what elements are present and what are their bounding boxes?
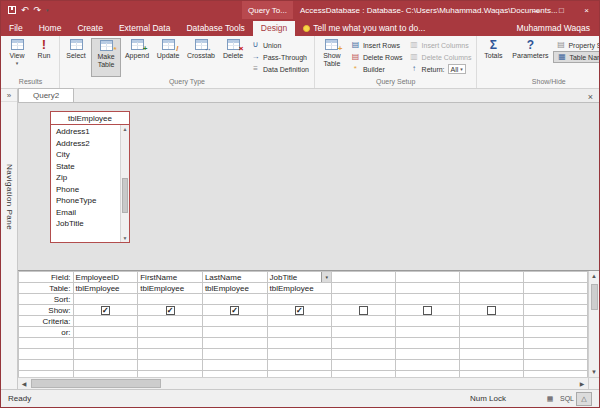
field-list-item[interactable]: JobTitle	[56, 218, 120, 230]
field-list-tblEmployee[interactable]: tblEmployee Address1Address2CityStateZip…	[50, 111, 130, 243]
property-sheet-button[interactable]: ▤ Property Sheet	[553, 39, 599, 51]
scroll-up-icon[interactable]: ▲	[589, 273, 599, 279]
sql-view-button[interactable]: SQL	[559, 392, 575, 406]
delete-columns-button[interactable]: ▥ Delete Columns	[407, 51, 475, 63]
grid-cell-blank[interactable]	[524, 338, 588, 349]
grid-cell-blank[interactable]	[396, 349, 460, 360]
grid-cell-field[interactable]	[332, 272, 396, 283]
scroll-down-icon[interactable]: ▼	[121, 235, 129, 241]
grid-cell-blank[interactable]	[202, 338, 267, 349]
grid-cell-blank[interactable]	[460, 338, 524, 349]
grid-cell-criteria[interactable]	[332, 316, 396, 327]
grid-cell-field[interactable]: EmployeeID	[73, 272, 138, 283]
grid-cell-sort[interactable]	[73, 294, 138, 305]
field-dropdown-icon[interactable]: ▾	[321, 272, 331, 282]
grid-cell-table[interactable]	[524, 283, 588, 294]
grid-cell-blank[interactable]	[202, 360, 267, 371]
redo-icon[interactable]: ↷	[34, 6, 42, 15]
grid-cell-table[interactable]	[332, 283, 396, 294]
grid-cell-table[interactable]: tblEmployee	[202, 283, 267, 294]
grid-cell-sort[interactable]	[524, 294, 588, 305]
grid-cell-blank[interactable]	[138, 360, 203, 371]
nav-pane-expand-icon[interactable]: »	[1, 89, 17, 102]
grid-cell-show[interactable]: ✓	[267, 305, 332, 316]
data-definition-button[interactable]: ≡ Data Definition	[248, 63, 312, 75]
close-object-icon[interactable]: ×	[582, 92, 599, 102]
navigation-pane-collapsed[interactable]: » Navigation Pane	[1, 89, 18, 389]
grid-cell-blank[interactable]	[332, 338, 396, 349]
scroll-right-icon[interactable]: ▶	[576, 380, 588, 387]
show-checkbox[interactable]	[359, 306, 368, 315]
grid-cell-table[interactable]: tblEmployee	[73, 283, 138, 294]
grid-cell-show[interactable]	[524, 305, 588, 316]
grid-cell-table[interactable]: tblEmployee	[138, 283, 203, 294]
delete-rows-button[interactable]: ▤ Delete Rows	[348, 51, 406, 63]
append-button[interactable]: + Append	[122, 38, 152, 77]
grid-cell-blank[interactable]	[396, 338, 460, 349]
grid-cell-or[interactable]	[332, 327, 396, 338]
grid-cell-blank[interactable]	[524, 360, 588, 371]
builder-button[interactable]: * Builder	[348, 63, 406, 75]
grid-cell-blank[interactable]	[138, 349, 203, 360]
grid-cell-criteria[interactable]	[138, 316, 203, 327]
pass-through-button[interactable]: → Pass-Through	[248, 51, 312, 63]
grid-cell-sort[interactable]	[460, 294, 524, 305]
grid-cell-blank[interactable]	[332, 360, 396, 371]
grid-cell-show[interactable]	[460, 305, 524, 316]
grid-cell-field[interactable]: FirstName	[138, 272, 203, 283]
field-list-item[interactable]: Email	[56, 207, 120, 219]
grid-cell-sort[interactable]	[396, 294, 460, 305]
grid-cell-field[interactable]	[460, 272, 524, 283]
design-view-button[interactable]: △	[576, 392, 592, 406]
grid-cell-table[interactable]	[396, 283, 460, 294]
grid-cell-table[interactable]	[460, 283, 524, 294]
grid-cell-blank[interactable]	[460, 360, 524, 371]
grid-cell-or[interactable]	[73, 327, 138, 338]
make-table-button[interactable]: * Make Table	[91, 38, 121, 77]
grid-cell-show[interactable]: ✓	[202, 305, 267, 316]
qat-customize-icon[interactable]: ▾	[46, 8, 49, 13]
delete-query-button[interactable]: × Delete	[219, 38, 247, 77]
grid-cell-sort[interactable]	[202, 294, 267, 305]
field-list-scrollbar[interactable]: ▲ ▼	[120, 125, 129, 242]
grid-cell-show[interactable]: ✓	[138, 305, 203, 316]
grid-cell-criteria[interactable]	[396, 316, 460, 327]
grid-cell-blank[interactable]	[73, 360, 138, 371]
query-diagram-pane[interactable]: tblEmployee Address1Address2CityStateZip…	[18, 103, 599, 271]
show-checkbox[interactable]: ✓	[101, 306, 110, 315]
field-list-item[interactable]: PhoneType	[56, 195, 120, 207]
grid-cell-field[interactable]: JobTitle▾	[267, 272, 332, 283]
grid-cell-sort[interactable]	[138, 294, 203, 305]
grid-cell-blank[interactable]	[73, 349, 138, 360]
grid-cell-blank[interactable]	[267, 360, 332, 371]
grid-cell-criteria[interactable]	[524, 316, 588, 327]
grid-cell-field[interactable]: LastName	[202, 272, 267, 283]
save-icon[interactable]	[8, 6, 16, 14]
totals-button[interactable]: Σ Totals	[479, 38, 507, 77]
field-list-title[interactable]: tblEmployee	[51, 112, 129, 125]
grid-cell-or[interactable]	[267, 327, 332, 338]
grid-cell-blank[interactable]	[396, 360, 460, 371]
scrollbar-thumb[interactable]	[122, 178, 128, 213]
table-names-button[interactable]: ▦ Table Names	[553, 51, 599, 63]
grid-cell-criteria[interactable]	[73, 316, 138, 327]
tab-design[interactable]: Design	[253, 21, 295, 36]
show-checkbox[interactable]: ✓	[166, 306, 175, 315]
undo-icon[interactable]: ↶	[21, 6, 29, 15]
grid-cell-blank[interactable]	[460, 349, 524, 360]
show-checkbox[interactable]	[423, 306, 432, 315]
scroll-up-icon[interactable]: ▲	[121, 126, 129, 132]
field-list-item[interactable]: Zip	[56, 172, 120, 184]
signed-in-user[interactable]: Muhammad Waqas	[508, 21, 599, 36]
grid-cell-blank[interactable]	[73, 338, 138, 349]
grid-cell-show[interactable]: ✓	[73, 305, 138, 316]
grid-cell-field[interactable]	[524, 272, 588, 283]
grid-cell-criteria[interactable]	[460, 316, 524, 327]
grid-cell-blank[interactable]	[202, 349, 267, 360]
field-list-item[interactable]: City	[56, 149, 120, 161]
show-checkbox[interactable]: ✓	[230, 306, 239, 315]
tab-home[interactable]: Home	[31, 21, 70, 36]
grid-cell-show[interactable]	[332, 305, 396, 316]
grid-cell-blank[interactable]	[267, 338, 332, 349]
insert-rows-button[interactable]: ▤ Insert Rows	[348, 39, 406, 51]
